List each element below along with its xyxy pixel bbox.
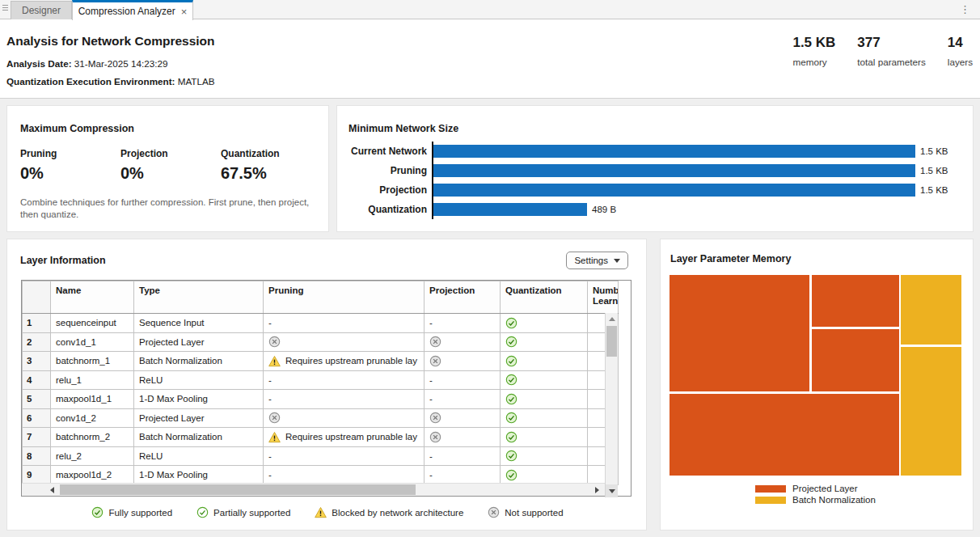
cell-text: - (268, 375, 272, 385)
table-cell: - (264, 446, 425, 466)
fully-supported-icon (505, 317, 517, 329)
horizontal-scrollbar-thumb[interactable] (60, 484, 416, 495)
layer-information-panel: Layer Information Settings Name Type Pru… (6, 239, 647, 531)
bar-category-label: Pruning (348, 165, 432, 176)
not-supported-icon (429, 412, 441, 424)
cell-text: Requires upstream prunable lay (285, 432, 417, 442)
vertical-scrollbar-thumb[interactable] (606, 326, 617, 357)
table-cell: - (425, 370, 501, 390)
environment-label: Quantization Execution Environment: (6, 76, 175, 87)
table-cell (425, 428, 501, 447)
table-row[interactable]: 5maxpool1d_11-D Max Pooling-- (23, 390, 619, 409)
vertical-scrollbar[interactable] (605, 313, 618, 497)
tab-label: Designer (22, 5, 61, 16)
treemap-tile[interactable] (812, 275, 899, 327)
metric-value: 0% (20, 164, 120, 183)
bar[interactable] (433, 145, 915, 158)
cell-type: Batch Normalization (134, 428, 264, 447)
bar-category-label: Quantization (348, 204, 432, 215)
cell-name: maxpool1d_2 (51, 466, 134, 485)
table-cell (501, 332, 588, 352)
table-row[interactable]: 4relu_1ReLU-- (23, 370, 619, 390)
layer-parameter-memory-panel: Layer Parameter Memory Projected LayerBa… (660, 239, 974, 531)
column-header-type[interactable]: Type (134, 281, 264, 314)
compression-note: Combine techniques for further compressi… (20, 197, 311, 221)
table-row[interactable]: 7batchnorm_2Batch NormalizationRequires … (23, 428, 619, 447)
fully-supported-icon (505, 469, 517, 481)
table-cell (425, 352, 501, 371)
panel-title: Layer Parameter Memory (670, 253, 791, 264)
environment-value: MATLAB (178, 76, 215, 87)
settings-button[interactable]: Settings (566, 252, 628, 269)
cell-text: - (268, 470, 272, 480)
fully-supported-icon (91, 506, 103, 518)
network-size-bar-chart: Current Network1.5 KBPruning1.5 KBProjec… (348, 142, 948, 219)
table-cell (425, 332, 501, 352)
column-header-projection[interactable]: Projection (425, 281, 501, 314)
table-row[interactable]: 6conv1d_2Projected Layer (23, 408, 619, 428)
treemap-tile[interactable] (670, 275, 809, 391)
column-header-quantization[interactable]: Quantization (501, 281, 588, 314)
table-row[interactable]: 1sequenceinputSequence Input-- (23, 314, 619, 333)
bar-value-label: 489 B (592, 205, 616, 214)
treemap-tile[interactable] (670, 394, 899, 476)
legend-label: Batch Normalization (792, 495, 876, 505)
column-header-pruning[interactable]: Pruning (264, 281, 425, 314)
scroll-down-arrow-icon[interactable] (606, 484, 618, 497)
column-header-learnables[interactable]: Number of Learnables (588, 281, 619, 314)
metric-label: Quantization (221, 148, 321, 159)
bar[interactable] (433, 184, 915, 197)
panel-title: Layer Information (20, 255, 106, 266)
column-header-name[interactable]: Name (51, 281, 134, 314)
tab-compression-analyzer[interactable]: Compression Analyzer × (72, 0, 193, 20)
cell-name: batchnorm_1 (51, 352, 134, 371)
not-supported-icon (488, 506, 500, 518)
treemap-tile[interactable] (812, 329, 899, 391)
horizontal-scrollbar[interactable] (22, 483, 605, 496)
cell-text: - (429, 451, 433, 461)
scroll-up-arrow-icon[interactable] (606, 313, 618, 325)
warning-icon (268, 355, 281, 367)
table-cell (501, 428, 588, 447)
table-cell (264, 332, 425, 352)
cell-text: - (268, 451, 272, 461)
table-row[interactable]: 3batchnorm_1Batch NormalizationRequires … (23, 352, 619, 371)
minimum-network-size-panel: Minimum Network Size Current Network1.5 … (336, 105, 974, 232)
table-row[interactable]: 2conv1d_1Projected Layer (23, 332, 619, 352)
analysis-date: Analysis Date: 31-Mar-2025 14:23:29 (6, 58, 167, 69)
treemap-tile[interactable] (901, 347, 961, 476)
table-cell: - (264, 370, 425, 390)
bar[interactable] (433, 164, 915, 177)
table-row[interactable]: 9maxpool1d_21-D Max Pooling-- (23, 466, 619, 485)
maximum-compression-panel: Maximum Compression Pruning 0% Projectio… (6, 105, 329, 232)
table-cell (501, 352, 588, 371)
legend-swatch (755, 485, 786, 493)
treemap-legend-item: Batch Normalization (755, 494, 876, 505)
layer-table: Name Type Pruning Projection Quantizatio… (21, 280, 632, 497)
table-cell (425, 408, 501, 428)
bar-area: 1.5 KB (432, 180, 948, 200)
table-row[interactable]: 8relu_2ReLU-- (23, 446, 619, 466)
vertical-ellipsis-icon[interactable]: ⋮ (960, 3, 970, 15)
treemap-tile[interactable] (901, 275, 961, 345)
scroll-right-arrow-icon[interactable] (591, 484, 603, 496)
cell-text: - (429, 318, 433, 328)
panel-grabber-icon[interactable] (2, 5, 8, 12)
legend-label: Blocked by network architecture (332, 508, 463, 518)
table-cell: - (264, 466, 425, 485)
partially-supported-icon (196, 506, 209, 518)
fully-supported-icon (505, 412, 517, 424)
stat-layers: 14 layers (948, 35, 973, 67)
close-icon[interactable]: × (181, 6, 188, 17)
legend-item: Blocked by network architecture (315, 506, 463, 518)
table-cell (264, 408, 425, 428)
cell-type: 1-D Max Pooling (134, 466, 264, 485)
tab-designer[interactable]: Designer (11, 1, 72, 19)
bar[interactable] (433, 203, 587, 216)
scroll-left-arrow-icon[interactable] (46, 484, 58, 496)
table-cell (501, 466, 588, 485)
bar-category-label: Current Network (348, 146, 432, 157)
bar-area: 1.5 KB (432, 161, 948, 180)
row-number: 3 (23, 352, 51, 371)
row-number: 5 (23, 390, 51, 409)
